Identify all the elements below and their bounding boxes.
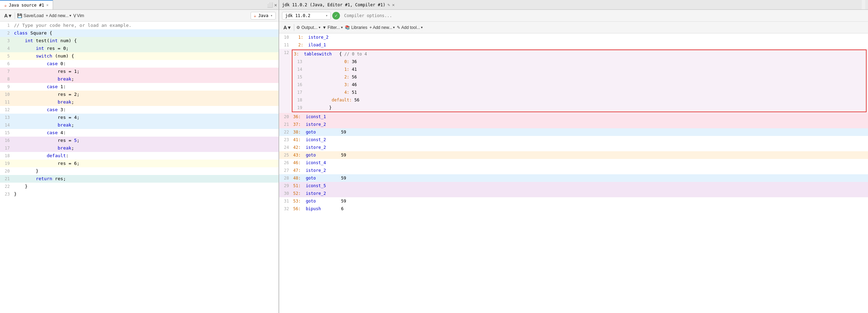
filter-icon: ▼ <box>322 25 327 30</box>
bc-line-number: 22 <box>279 128 292 136</box>
bc-content: 37: istore_2 <box>292 121 868 128</box>
edit-icon[interactable]: ✎ <box>387 2 390 7</box>
output-btn[interactable]: ⚙ Output... ▾ <box>296 25 320 30</box>
line-number: 20 <box>0 167 13 175</box>
bc-line: 30 52: istore_2 <box>279 190 868 197</box>
right-tab-label: jdk 11.0.2 (Java, Editor #1, Compiler #1… <box>282 2 385 7</box>
line-content: res = 1; <box>13 68 279 75</box>
line-number: 7 <box>0 68 13 75</box>
code-line: 1 // Type your code here, or load an exa… <box>0 22 279 29</box>
code-line: 16 res = 5; <box>0 137 279 144</box>
bc-content: 47: istore_2 <box>292 167 868 174</box>
bc-line-number: 28 <box>279 174 292 182</box>
right-font-btn[interactable]: A ▾ <box>282 24 292 31</box>
line-content: int test(int num) { <box>13 37 279 45</box>
bc-line-number: 23 <box>279 136 292 144</box>
vim-btn[interactable]: Ṿ Vim <box>73 13 84 18</box>
bc-line: 21 37: istore_2 <box>279 121 868 128</box>
bc-line: 27 47: istore_2 <box>279 167 868 174</box>
font-size-btn[interactable]: A ▾ <box>3 12 13 19</box>
bc-content: 43: goto 59 <box>292 151 868 159</box>
code-line: 6 case 0: <box>0 60 279 68</box>
bc-content: 38: goto 59 <box>292 128 868 136</box>
bc-line: 25 43: goto 59 <box>279 151 868 159</box>
line-content: break; <box>13 144 279 152</box>
close-window-icon[interactable]: ✕ <box>274 2 277 8</box>
bc-line: 29 51: iconst_5 <box>279 182 868 190</box>
code-line: 5 switch (num) { <box>0 52 279 60</box>
code-line: 7 res = 1; <box>0 68 279 75</box>
language-selector[interactable]: ☕ Java ▾ <box>251 12 276 20</box>
line-number: 17 <box>0 144 13 152</box>
bc-content: 1: istore_2 <box>292 33 868 41</box>
bc-content: 41: iconst_2 <box>292 136 868 144</box>
line-content: case 4: <box>13 129 279 137</box>
line-content: } <box>13 190 279 198</box>
bc-line-tableswitch-wrapper: 12 3: tableswitch { // 0 to 4 13 0: 36 <box>279 49 868 113</box>
right-third-toolbar: A ▾ ⚙ Output... ▾ ▼ Filter... ▾ 📚 Librar… <box>279 22 868 33</box>
bytecode-area[interactable]: 10 1: istore_2 11 2: iload_1 12 3: table… <box>279 33 868 313</box>
divider <box>15 12 15 19</box>
bc-content: 52: istore_2 <box>292 190 868 197</box>
bc-content: 48: goto 59 <box>292 174 868 182</box>
line-number: 8 <box>0 75 13 83</box>
code-editor[interactable]: 1 // Type your code here, or load an exa… <box>0 22 279 313</box>
java-lang-icon: ☕ <box>254 13 256 18</box>
libraries-btn[interactable]: 📚 Libraries <box>345 25 367 30</box>
line-number: 9 <box>0 83 13 91</box>
bc-content: 46: iconst_4 <box>292 159 868 167</box>
save-load-btn[interactable]: 💾 Save/Load <box>17 13 43 18</box>
bc-line: 24 42: istore_2 <box>279 144 868 151</box>
java-icon: ☕ <box>4 3 7 8</box>
line-number: 11 <box>0 98 13 106</box>
bc-line-number: 24 <box>279 144 292 151</box>
code-line: 19 res = 6; <box>0 160 279 167</box>
jdk-selector[interactable]: jdk 11.0.2 ▾ <box>282 12 331 20</box>
add-new-right-btn[interactable]: + Add new... ▾ <box>369 25 395 30</box>
filter-btn[interactable]: ▼ Filter... ▾ <box>322 25 343 30</box>
bc-line: 11 2: iload_1 <box>279 41 868 49</box>
bc-content: 2: iload_1 <box>292 41 868 49</box>
close-icon[interactable]: ✕ <box>46 3 49 7</box>
line-number: 12 <box>0 106 13 114</box>
line-content: // Type your code here, or load an examp… <box>13 22 279 29</box>
line-number: 2 <box>0 29 13 37</box>
close-tab-icon[interactable]: ✕ <box>392 2 394 7</box>
minimize-icon[interactable]: ⬜ <box>267 2 273 8</box>
bc-line: 22 38: goto 59 <box>279 128 868 136</box>
divider <box>294 24 294 31</box>
line-number: 13 <box>0 114 13 121</box>
line-content: res = 6; <box>13 160 279 167</box>
bc-line-number: 25 <box>279 151 292 159</box>
line-number: 15 <box>0 129 13 137</box>
java-source-tab[interactable]: ☕ Java source #1 ✕ <box>0 0 53 9</box>
code-line: 2 class Square { <box>0 29 279 37</box>
line-number: 10 <box>0 91 13 98</box>
code-line: 10 res = 2; <box>0 91 279 98</box>
chevron-down-icon: ▾ <box>319 25 320 29</box>
right-second-toolbar: jdk 11.0.2 ▾ ✓ <box>279 10 868 22</box>
tableswitch-box: 3: tableswitch { // 0 to 4 13 0: 36 14 1… <box>292 49 867 112</box>
tab-label: Java source #1 <box>9 3 44 8</box>
status-ok-icon: ✓ <box>332 12 340 20</box>
line-number: 21 <box>0 175 13 183</box>
line-content: res = 4; <box>13 114 279 121</box>
code-line: 4 int res = 0; <box>0 45 279 52</box>
line-number: 19 <box>0 160 13 167</box>
bc-content: 36: iconst_1 <box>292 113 868 121</box>
line-number: 23 <box>0 190 13 198</box>
code-line: 17 break; <box>0 144 279 152</box>
add-tool-btn[interactable]: ✎ Add tool... ▾ <box>397 25 423 30</box>
line-content: return res; <box>13 175 279 183</box>
chevron-down-icon: ▾ <box>270 14 273 17</box>
chevron-down-icon: ▾ <box>69 14 71 17</box>
line-content: int res = 0; <box>13 45 279 52</box>
bc-content: 42: istore_2 <box>292 144 868 151</box>
bc-line-number: 10 <box>279 33 292 41</box>
line-number: 16 <box>0 137 13 144</box>
compiler-options-input[interactable] <box>341 13 865 18</box>
add-new-btn[interactable]: + Add new... ▾ <box>46 13 71 18</box>
code-line: 11 break; <box>0 98 279 106</box>
line-number: 6 <box>0 60 13 68</box>
chevron-down-icon: ▾ <box>393 25 395 29</box>
